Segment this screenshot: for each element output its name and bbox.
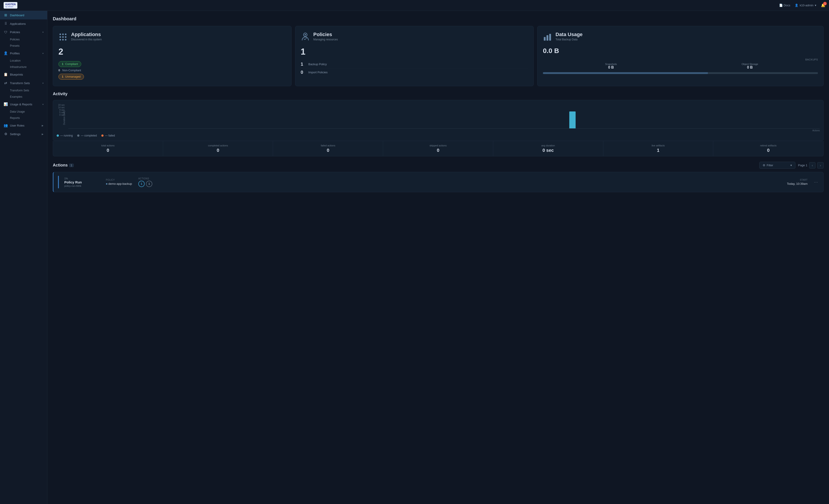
logo-sub: by veeam <box>5 6 15 8</box>
svg-rect-11 <box>544 37 546 41</box>
data-usage-count: 0.0 B <box>543 47 818 55</box>
action-circle-1: 1 <box>138 181 145 187</box>
applications-compliant-pill[interactable]: 1 Compliant <box>59 60 286 68</box>
legend-item-completed: — completed <box>77 134 97 137</box>
backups-label: BACKUPS <box>543 58 818 61</box>
sidebar-item-blueprints[interactable]: 📋 Blueprints <box>0 70 47 79</box>
svg-point-3 <box>60 36 61 38</box>
chart-bars <box>68 104 820 129</box>
docs-link[interactable]: 📄 Docs <box>779 4 790 7</box>
backups-section: BACKUPS Snapshots 0 B Object Storage 0 B <box>543 58 818 74</box>
page-next-button[interactable]: › <box>817 162 824 169</box>
data-usage-card-header: Data Usage Total Backup Data <box>543 32 818 43</box>
sidebar-item-user-roles[interactable]: 👥 User Roles ▶ <box>0 121 47 130</box>
sidebar-dashboard-label: Dashboard <box>10 13 43 17</box>
sidebar-item-usage-reports[interactable]: 📊 Usage & Reports ▾ <box>0 100 47 109</box>
chart-bar-item <box>569 111 576 129</box>
docs-icon: 📄 <box>779 4 783 7</box>
activity-title: Activity <box>53 92 824 96</box>
applications-card-title: Applications <box>71 32 102 37</box>
sidebar-item-profiles[interactable]: 👤 Profiles ▾ <box>0 49 47 58</box>
sidebar-item-location[interactable]: Location <box>10 58 47 64</box>
sidebar-item-policies-sub[interactable]: Policies <box>10 36 47 43</box>
sidebar-item-reports[interactable]: Reports <box>10 115 47 121</box>
page-navigation: Page 1 ‹ › <box>798 162 824 169</box>
settings-chevron-icon: ▶ <box>42 133 43 135</box>
action-menu-button[interactable]: ⋯ <box>813 179 819 185</box>
applications-icon: ⠿ <box>4 22 8 26</box>
filter-icon: ⚙ <box>763 164 765 167</box>
applications-card-header: Applications Discovered in this system <box>59 32 286 43</box>
applications-unmanaged-pill[interactable]: 1 Unmanaged <box>59 73 286 80</box>
total-actions-label: total actions <box>55 144 161 147</box>
stat-retired-artifacts: retired artifacts 0 <box>713 141 823 156</box>
object-storage-item: Object Storage 0 B <box>682 63 818 70</box>
filter-chevron-icon: ▾ <box>790 164 792 167</box>
svg-point-0 <box>60 34 61 35</box>
action-start-col: START Today, 10:39am <box>171 179 807 185</box>
sidebar-item-presets[interactable]: Presets <box>10 43 47 49</box>
sidebar-item-policies[interactable]: 🛡 Policies ▾ <box>0 28 47 36</box>
dashboard-icon: ⊞ <box>4 13 8 17</box>
applications-non-compliant-row: 0 Non-Compliant <box>59 68 286 73</box>
svg-rect-13 <box>549 34 551 41</box>
action-info: 1% Policy Run policy-run-h8rlk <box>64 177 100 187</box>
settings-icon: ⚙ <box>4 132 8 136</box>
data-usage-card-title: Data Usage <box>555 32 583 37</box>
svg-rect-12 <box>546 35 548 41</box>
sidebar: ⊞ Dashboard ⠿ Applications 🛡 Policies ▾ … <box>0 11 47 504</box>
filter-button[interactable]: ⚙ Filter ▾ <box>759 162 795 169</box>
running-dot <box>57 135 59 137</box>
actions-count-badge: 1 <box>69 164 74 167</box>
usage-icon: 📊 <box>4 102 8 106</box>
policies-count: 1 <box>301 47 528 57</box>
usage-submenu: Data Usage Reports <box>0 109 47 121</box>
sidebar-item-infrastructure[interactable]: Infrastructure <box>10 64 47 70</box>
failed-dot <box>101 135 104 137</box>
action-percent: 1% <box>64 177 100 180</box>
completed-dot <box>77 135 79 137</box>
page-prev-button[interactable]: ‹ <box>809 162 816 169</box>
sidebar-item-transform-sub[interactable]: Transform Sets <box>10 87 47 94</box>
logo: KASTEN by veeam <box>4 2 17 8</box>
sidebar-transform-label: Transform Sets <box>10 81 40 85</box>
topbar: KASTEN by veeam 📄 Docs 👤 k10-admin ▾ 🔔 1 <box>0 0 829 11</box>
data-usage-card: Data Usage Total Backup Data 0.0 B BACKU… <box>537 26 824 86</box>
sidebar-item-examples[interactable]: Examples <box>10 94 47 100</box>
import-policy-row: 0 Import Policies <box>301 68 528 76</box>
stats-row: total actions 0 completed actions 0 fail… <box>53 141 824 156</box>
applications-count: 2 <box>59 47 286 57</box>
notifications-button[interactable]: 🔔 1 <box>821 3 825 7</box>
avg-duration-value: 0 sec <box>495 148 601 153</box>
action-run-id: policy-run-h8rlk <box>64 185 100 187</box>
policies-submenu: Policies Presets <box>0 36 47 49</box>
profiles-chevron-icon: ▾ <box>42 52 43 55</box>
backup-policy-row: 1 Backup Policy <box>301 60 528 68</box>
action-name: Policy Run <box>64 180 100 184</box>
policy-icon: ■ <box>106 182 107 185</box>
retired-artifacts-label: retired artifacts <box>715 144 822 147</box>
chart-area: 19 sec 14 sec 9 sec 5 sec 0 sec <box>53 100 824 141</box>
sidebar-item-dashboard[interactable]: ⊞ Dashboard <box>0 11 47 20</box>
policies-card-title-block: Policies Managing resources <box>314 32 338 41</box>
skipped-actions-value: 0 <box>385 148 491 153</box>
main-content: Dashboard <box>47 11 829 504</box>
sidebar-item-data-usage[interactable]: Data Usage <box>10 109 47 115</box>
actions-right: ⚙ Filter ▾ Page 1 ‹ › <box>759 162 824 169</box>
backup-bar <box>543 72 818 74</box>
data-usage-card-icon <box>543 33 552 43</box>
transform-icon: ⇄ <box>4 81 8 85</box>
action-circle-2: 1 <box>146 181 152 187</box>
sidebar-item-transform-sets[interactable]: ⇄ Transform Sets ▾ <box>0 79 47 87</box>
sidebar-item-applications[interactable]: ⠿ Applications <box>0 20 47 28</box>
sidebar-item-settings[interactable]: ⚙ Settings ▶ <box>0 130 47 138</box>
snapshots-value: 0 B <box>543 65 679 70</box>
chart-bars-container: Actions Duration (sec) <box>68 104 820 132</box>
topbar-right: 📄 Docs 👤 k10-admin ▾ 🔔 1 <box>779 3 825 7</box>
action-start-value: Today, 10:39am <box>171 182 807 185</box>
svg-point-1 <box>62 34 64 35</box>
user-menu[interactable]: 👤 k10-admin ▾ <box>795 4 816 7</box>
object-storage-value: 0 B <box>682 65 818 70</box>
data-usage-title-block: Data Usage Total Backup Data <box>555 32 583 41</box>
policies-chevron-icon: ▾ <box>42 31 43 33</box>
